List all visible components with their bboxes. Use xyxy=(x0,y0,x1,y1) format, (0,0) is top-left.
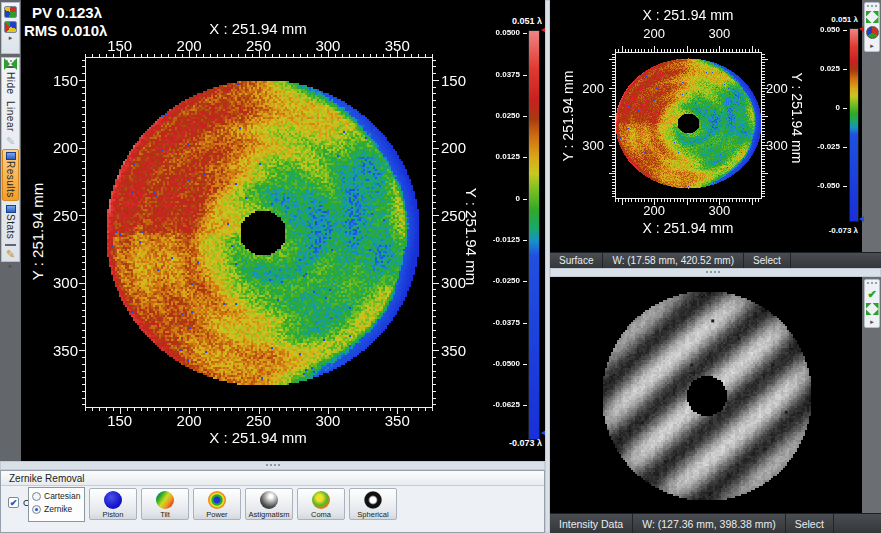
status-panel-title: Intensity Data xyxy=(550,514,633,533)
y-tick-label-left: 200 xyxy=(48,139,78,156)
colorbar-min-label: -0.073 λ xyxy=(486,438,542,448)
radio-selected-icon xyxy=(32,505,41,514)
colorbar-tick-label: 0.0375 xyxy=(478,70,520,79)
x-tick-label-top: 150 xyxy=(95,37,145,54)
radio-label: Cartesian xyxy=(44,491,80,501)
coma-icon xyxy=(312,491,330,509)
sidebar-tab-results[interactable]: Results xyxy=(2,149,19,201)
zernike-coma-button[interactable]: Coma xyxy=(297,488,345,520)
tab-label: Results xyxy=(3,161,18,198)
zernike-tilt-button[interactable]: Tilt xyxy=(141,488,189,520)
pencil-icon[interactable]: ✎ xyxy=(6,248,15,260)
apply-check-icon[interactable]: ✔ xyxy=(867,288,876,300)
intensity-view-icon[interactable] xyxy=(4,21,17,33)
zernike-button-label: Spherical xyxy=(350,510,396,519)
splitter-grip[interactable] xyxy=(706,271,720,274)
colorbar-max-label: 0.051 λ xyxy=(806,15,858,24)
toolbar-overflow-icon[interactable]: ▸ xyxy=(870,318,874,325)
colorbar xyxy=(528,30,540,440)
left-toolbar-top-section: ▸ xyxy=(1,2,20,54)
spherical-icon xyxy=(364,491,382,509)
y-axis-title-left: Y : 251.94 mm xyxy=(560,41,576,191)
y-tick-label-left: 300 xyxy=(576,138,604,153)
x-tick-label-bottom: 150 xyxy=(95,412,145,429)
x-axis-title-top: X : 251.94 mm xyxy=(598,7,778,23)
colorbar-tick-dash xyxy=(523,281,527,282)
power-icon xyxy=(208,491,226,509)
status-coordinates: W: (127.36 mm, 398.38 mm) xyxy=(633,514,785,533)
zernike-power-button[interactable]: Power xyxy=(193,488,241,520)
colorbar-tick-label: -0.0125 xyxy=(478,235,520,244)
left-toolbar-tab-section: Hide Linear ✎ Results Stats ✎ ▸ xyxy=(1,57,20,262)
colorbar-tick-label: -0.025 xyxy=(800,142,840,151)
splitter-grip[interactable] xyxy=(266,464,280,467)
zernike-button-label: Tilt xyxy=(142,510,188,519)
y-axis-title-right: Y : 251.94 mm xyxy=(463,162,480,312)
color-sphere-icon[interactable] xyxy=(866,26,879,39)
zernike-mode-group: Cartesian Zernike xyxy=(28,487,85,522)
colorbar-tick-dash xyxy=(523,405,527,406)
status-select-mode[interactable]: Select xyxy=(786,514,834,533)
surface-zoom-canvas[interactable] xyxy=(607,44,769,206)
expand-arrows-icon[interactable] xyxy=(866,303,879,315)
colorbar-tick-dash xyxy=(523,199,527,200)
colorbar-tick-label: 0.0250 xyxy=(478,111,520,120)
expand-arrows-icon[interactable] xyxy=(866,11,879,23)
colorbar-tick-dash xyxy=(843,108,847,109)
colorbar-tick-label: -0.0500 xyxy=(478,359,520,368)
app-window: ▸ Hide Linear ✎ Results Stats ✎ ▸ xyxy=(0,0,881,533)
x-tick-label-top: 250 xyxy=(234,37,284,54)
colorbar-tick-label: 0.025 xyxy=(800,64,840,73)
zernike-piston-button[interactable]: Piston xyxy=(89,488,137,520)
x-tick-label-bottom: 200 xyxy=(629,203,679,218)
x-tick-label-top: 350 xyxy=(372,37,422,54)
y-tick-label-right: 200 xyxy=(441,139,481,156)
colorbar-tick-dash xyxy=(523,240,527,241)
zernike-spherical-button[interactable]: Spherical xyxy=(349,488,397,520)
colorbar-tick-label: 0 xyxy=(800,103,840,112)
zernike-button-label: Coma xyxy=(298,510,344,519)
colorbar-max-label: 0.051 λ xyxy=(486,16,542,26)
colorbar-tick-label: -0.0375 xyxy=(478,318,520,327)
toolbar-overflow-icon[interactable]: ▸ xyxy=(9,262,13,269)
surface-view-icon[interactable] xyxy=(4,6,17,18)
radio-zernike[interactable]: Zernike xyxy=(32,504,84,514)
zernike-astigmatism-button[interactable]: Astigmatism xyxy=(245,488,293,520)
y-axis-title-left: Y : 251.94 mm xyxy=(29,157,46,307)
colorbar-tick-dash xyxy=(523,157,527,158)
checkbox-check-icon: ✔ xyxy=(8,497,19,508)
intensity-image-canvas[interactable] xyxy=(550,277,862,513)
x-axis-title-top: X : 251.94 mm xyxy=(168,20,348,37)
status-coordinates: W: (17.58 mm, 420.52 mm) xyxy=(603,253,744,268)
left-dock-toolbar: ▸ Hide Linear ✎ Results Stats ✎ ▸ xyxy=(0,0,21,461)
y-tick-label-right: 350 xyxy=(441,342,481,359)
sidebar-tab-hide[interactable]: Hide xyxy=(3,70,18,97)
colorbar-tick-dash xyxy=(523,364,527,365)
toolbar-overflow-icon[interactable]: ▸ xyxy=(2,34,19,41)
pv-readout: PV 0.123λ xyxy=(32,4,102,21)
colorbar-tick-label: 0.0125 xyxy=(478,152,520,161)
surface-map-canvas[interactable] xyxy=(76,48,441,416)
zernike-button-label: Astigmatism xyxy=(246,510,292,519)
colorbar-min-label: -0.073 λ xyxy=(806,226,858,235)
toolbar-grip[interactable] xyxy=(867,282,877,285)
status-select-mode[interactable]: Select xyxy=(744,253,791,268)
x-tick-label-bottom: 200 xyxy=(164,412,214,429)
sidebar-tab-linear[interactable]: Linear xyxy=(3,99,18,134)
toolbar-grip[interactable] xyxy=(867,5,877,8)
bar-chart-icon[interactable] xyxy=(5,244,16,246)
panel-mini-toolbar: ▸ xyxy=(864,2,880,52)
colorbar-tick-label: 0.0500 xyxy=(478,28,520,37)
colorbar-tick-dash xyxy=(843,147,847,148)
colorbar-tick-dash xyxy=(843,186,847,187)
colorbar-tick-dash xyxy=(523,33,527,34)
report-icon xyxy=(6,205,16,213)
y-tick-label-left: 350 xyxy=(48,342,78,359)
toolbar-overflow-icon[interactable]: ▸ xyxy=(870,42,874,49)
colorbar-min-marker-icon[interactable] xyxy=(859,216,864,222)
radio-cartesian[interactable]: Cartesian xyxy=(32,491,84,501)
y-tick-label-left: 300 xyxy=(48,274,78,291)
tab-label: Stats xyxy=(3,214,18,239)
tab-label: Linear xyxy=(3,101,18,132)
sidebar-tab-stats[interactable]: Stats xyxy=(3,203,18,241)
